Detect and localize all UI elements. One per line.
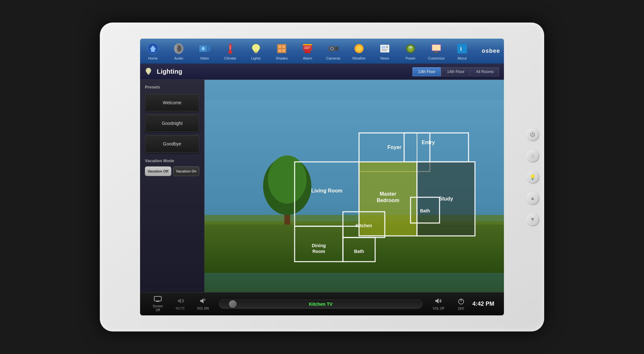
up-side-button[interactable]: ▲ [527,192,538,204]
svg-rect-45 [147,74,149,75]
osbee-brand-text: osbee [482,48,500,54]
svg-point-51 [268,155,307,204]
goodbye-preset-button[interactable]: Goodbye [145,135,199,153]
nav-customize[interactable]: Customize [423,39,449,63]
svg-rect-78 [157,301,159,302]
nav-weather[interactable]: Weather [346,39,372,63]
nav-video[interactable]: Video [192,39,217,63]
svg-rect-34 [382,49,388,50]
svg-rect-35 [382,51,387,51]
nav-climate[interactable]: Climate [217,39,243,63]
bottom-control-bar: ScreenOff MUTE [140,292,504,315]
nav-about[interactable]: i About [449,39,475,63]
floor-plan-svg: Foyer Entry Living Room Master Bedroom S… [204,80,504,292]
power-off-icon [457,297,465,306]
shades-nav-label: Shades [276,56,288,60]
svg-rect-22 [304,47,311,47]
svg-rect-16 [279,45,281,48]
svg-point-26 [331,48,333,50]
media-slider-track[interactable]: Kitchen TV [219,300,422,309]
nav-cameras[interactable]: Cameras [320,39,346,63]
home-side-button[interactable]: ⌂ [527,150,538,162]
goodnight-preset-button[interactable]: Goodnight [145,115,199,132]
mute-icon [176,298,184,306]
shades-nav-icon [275,42,288,55]
svg-rect-33 [386,47,388,48]
vacation-on-button[interactable]: Vacation On [173,166,200,176]
vol-up-label: VOL UP [433,307,444,310]
nav-news[interactable]: News [372,39,398,63]
now-playing-label: Kitchen TV [309,302,332,307]
vacation-mode-label: Vacation Mode [145,158,199,163]
climate-nav-label: Climate [224,56,236,60]
svg-rect-40 [432,45,440,51]
lights-nav-icon [250,42,262,55]
welcome-preset-button[interactable]: Welcome [145,94,199,111]
nav-alarm[interactable]: Alarm [295,39,320,63]
power-nav-label: Power [405,56,415,60]
vol-dn-button[interactable]: VOL DN [192,296,214,312]
svg-rect-18 [279,49,281,52]
svg-text:Dining: Dining [312,243,326,248]
svg-rect-41 [434,51,438,52]
news-nav-icon [378,42,391,55]
power-nav-icon [404,42,417,55]
video-nav-icon [198,42,211,55]
audio-nav-icon [172,42,185,55]
screen-off-label: ScreenOff [153,304,163,312]
mute-button[interactable]: MUTE [169,296,192,312]
floor-tabs: 13th Floor 14th Floor All Rooms [412,67,499,76]
power-side-button[interactable]: ⏻ [527,129,538,140]
weather-nav-icon [353,42,365,55]
svg-text:Study: Study [439,196,453,201]
vol-dn-label: VOL DN [197,307,209,310]
customize-nav-icon [430,42,443,55]
lighting-header-icon [145,67,152,76]
svg-rect-14 [254,52,258,53]
news-nav-label: News [380,56,389,60]
weather-nav-label: Weather [352,56,365,60]
svg-rect-79 [156,302,160,302]
svg-text:Kitchen: Kitchen [355,223,372,228]
screen-off-button[interactable]: ScreenOff [147,294,169,314]
tab-13th-floor[interactable]: 13th Floor [412,67,441,76]
slider-thumb[interactable] [229,300,237,308]
tab-all-rooms[interactable]: All Rooms [470,67,499,76]
svg-text:Room: Room [312,249,325,254]
cameras-nav-icon [327,42,340,55]
left-sidebar: Presets Welcome Goodnight Goodbye Vacati… [140,80,204,292]
nav-shades[interactable]: Shades [269,39,295,63]
nav-audio[interactable]: Audio [166,39,192,63]
climate-nav-icon [224,42,237,55]
time-display: 4:42 PM [472,301,497,307]
vacation-buttons: Vacation Off Vacation On [145,166,199,176]
svg-marker-80 [178,298,181,303]
svg-marker-5 [208,45,210,52]
alarm-nav-label: Alarm [303,56,312,60]
svg-point-6 [202,47,205,50]
svg-text:Foyer: Foyer [387,144,402,150]
nav-home[interactable]: Home [140,39,166,63]
vacation-off-button[interactable]: Vacation Off [145,166,171,176]
svg-rect-43 [457,44,467,53]
down-side-button[interactable]: ▼ [527,214,538,225]
svg-point-29 [356,46,362,51]
lights-nav-label: Lights [251,56,260,60]
mute-label: MUTE [176,307,185,310]
svg-rect-31 [382,46,385,49]
vol-up-icon [435,298,442,306]
audio-nav-label: Audio [174,56,183,60]
svg-rect-9 [230,45,231,50]
svg-rect-19 [282,49,285,52]
tab-14th-floor[interactable]: 14th Floor [441,67,470,76]
lighting-title: Lighting [157,68,182,75]
vol-up-button[interactable]: VOL UP [427,296,450,312]
customize-nav-label: Customize [428,56,445,60]
light-side-button[interactable]: 💡 [527,171,538,183]
nav-lights[interactable]: Lights [243,39,269,63]
svg-text:Bath: Bath [354,249,364,254]
power-off-button[interactable]: OFF [450,295,472,312]
nav-power[interactable]: Power [398,39,423,63]
video-nav-label: Video [200,56,209,60]
svg-rect-77 [154,296,161,301]
